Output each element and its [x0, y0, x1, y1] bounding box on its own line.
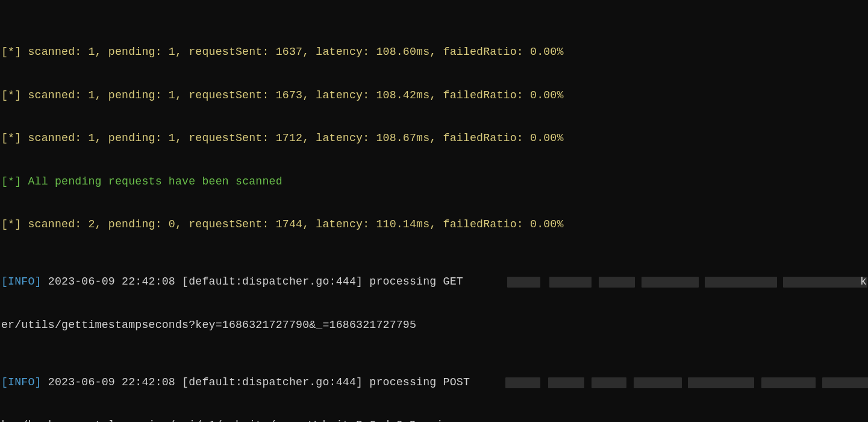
info-text: 2023-06-09 22:42:08 [default:dispatcher.… — [42, 376, 470, 388]
info-text: 2023-06-09 22:42:08 [default:dispatcher.… — [42, 276, 463, 288]
scan-line: [*] scanned: 1, pending: 1, requestSent:… — [1, 46, 564, 58]
scan-complete: All pending requests have been scanned — [28, 175, 282, 187]
info-tag: [INFO] — [1, 376, 42, 388]
info-cont: ker/broker-portal-service/api/v1/website… — [1, 419, 450, 422]
info-cont: er/utils/gettimestampseconds?key=1686321… — [1, 319, 416, 331]
scan-line: [*] scanned: 1, pending: 1, requestSent:… — [1, 132, 564, 144]
scan-prefix: [*] — [1, 175, 28, 187]
terminal-output: [*] scanned: 1, pending: 1, requestSent:… — [0, 0, 868, 422]
scan-line: [*] scanned: 1, pending: 1, requestSent:… — [1, 89, 564, 101]
scan-line: [*] scanned: 2, pending: 0, requestSent:… — [1, 218, 564, 230]
info-tag: [INFO] — [1, 276, 42, 288]
